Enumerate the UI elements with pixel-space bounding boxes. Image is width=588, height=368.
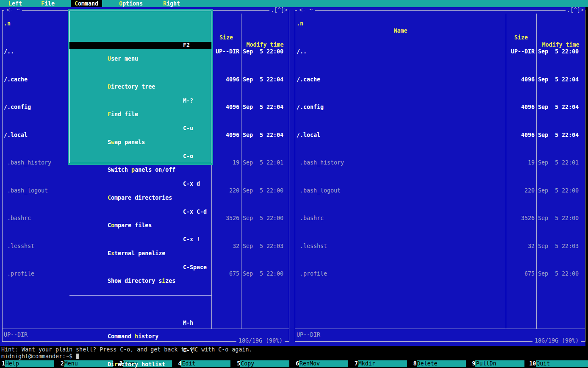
file-size: 220 <box>211 187 241 194</box>
file-name: .bash_logout <box>295 187 506 194</box>
function-key-button[interactable]: 1 Help <box>0 360 59 367</box>
file-mtime: Sep 5 22:04 <box>241 132 289 139</box>
file-name: .bash_history <box>295 159 506 166</box>
file-name: .bashrc <box>295 215 506 222</box>
panel-nav-icons-left[interactable]: .[^]> <box>269 7 289 14</box>
file-mtime: Sep 5 22:03 <box>241 243 289 250</box>
menu-item-label: Switch panels on/off <box>103 167 175 173</box>
menu-item[interactable]: Directory hotlist C-\ <box>69 347 211 354</box>
function-key-button[interactable]: 10 Quit <box>529 360 588 367</box>
function-key-number: 9 <box>470 360 475 367</box>
function-key-button[interactable]: 5 Copy <box>235 360 294 367</box>
file-size: 4096 <box>506 104 536 111</box>
menu-bar-item[interactable]: Command <box>71 0 102 7</box>
file-mtime: Sep 5 22:00 <box>536 215 585 222</box>
file-size: 3526 <box>506 215 536 222</box>
file-size: 19 <box>506 159 536 166</box>
file-mtime: Sep 5 22:00 <box>241 48 289 55</box>
free-space-right: 18G/19G (90%) <box>533 337 581 344</box>
function-key-number: 6 <box>294 360 299 367</box>
function-key-button[interactable]: 6 RenMov <box>294 360 353 367</box>
menu-separator <box>69 295 211 296</box>
function-key-button[interactable]: 7 Mkdir <box>353 360 412 367</box>
function-key-number: 2 <box>59 360 64 367</box>
menu-item[interactable]: Find file M-? <box>69 98 211 104</box>
file-name: /.. <box>295 48 506 55</box>
function-key-label: Mkdir <box>358 360 407 367</box>
menu-item[interactable]: Directory tree <box>69 70 211 76</box>
file-mtime: Sep 5 22:00 <box>536 187 585 194</box>
function-key-number: 10 <box>529 360 536 367</box>
file-row[interactable]: .lesshst 32 Sep 5 22:03 <box>295 243 585 250</box>
menu-bar-item[interactable]: File <box>37 0 58 7</box>
menu-item-label: Directory tree <box>103 84 155 90</box>
function-key-label: Copy <box>240 360 289 367</box>
file-row[interactable]: .bashrc 3526 Sep 5 22:00 <box>295 215 585 222</box>
file-row[interactable]: /.cache 4096 Sep 5 22:04 <box>295 76 585 83</box>
dropdown-items: User menu F2 Directory tree Find file M-… <box>69 14 211 368</box>
file-mtime: Sep 5 22:04 <box>241 104 289 111</box>
file-row[interactable]: /.local 4096 Sep 5 22:04 <box>295 132 585 139</box>
menu-item-shortcut: C-x ! <box>183 236 200 243</box>
file-size: 4096 <box>211 76 241 83</box>
menu-item[interactable] <box>69 292 211 298</box>
function-key-label: Quit <box>536 360 588 367</box>
file-row[interactable]: .bash_history 19 Sep 5 22:01 <box>295 159 585 166</box>
file-size: 32 <box>506 243 536 250</box>
file-mtime: Sep 5 22:00 <box>536 270 585 277</box>
menu-item[interactable]: Compare directories C-x d <box>69 181 211 187</box>
menu-item-label: Compare directories <box>103 195 172 201</box>
file-name: /.cache <box>295 76 506 83</box>
menu-item[interactable]: Swap panels C-u <box>69 125 211 132</box>
file-mtime: Sep 5 22:00 <box>241 270 289 277</box>
file-mtime: Sep 5 22:00 <box>241 187 289 194</box>
file-row[interactable]: /.config 4096 Sep 5 22:04 <box>295 104 585 111</box>
file-mtime: Sep 5 22:04 <box>241 76 289 83</box>
function-key-label: RenMov <box>299 360 348 367</box>
file-size: 4096 <box>506 76 536 83</box>
menu-item-label: User menu <box>103 56 138 62</box>
menu-item-shortcut: C-u <box>183 125 193 132</box>
panel-nav-icons-right[interactable]: .[^]> <box>566 7 585 14</box>
function-key-button[interactable]: 9 PullDn <box>470 360 529 367</box>
file-mtime: Sep 5 22:01 <box>536 159 585 166</box>
panel-path-right[interactable]: <- ~ <box>297 7 315 14</box>
menu-item[interactable]: Compare files C-x C-d <box>69 209 211 215</box>
menu-bar-item[interactable]: Left <box>5 0 26 7</box>
file-row[interactable]: .bash_logout 220 Sep 5 22:00 <box>295 187 585 194</box>
file-size: 32 <box>211 243 241 250</box>
file-panel-right: <- ~ .[^]> .n Name Size Modify time /.. … <box>295 10 585 342</box>
file-size: 4096 <box>506 132 536 139</box>
file-size: 4096 <box>211 132 241 139</box>
menu-bar-item[interactable]: Options <box>115 0 147 7</box>
menu-item[interactable]: Switch panels on/off C-o <box>69 153 211 160</box>
file-name: .lesshst <box>295 243 506 250</box>
menu-bar: Left File Command Options Right <box>0 0 588 7</box>
function-key-number: 1 <box>0 360 5 367</box>
file-size: 675 <box>211 270 241 277</box>
menu-item[interactable]: Command history M-h <box>69 320 211 326</box>
menu-item[interactable]: Show directory sizes C-Space <box>69 264 211 271</box>
menu-item-shortcut: C-o <box>183 153 193 160</box>
menu-item-label: Swap panels <box>103 139 145 145</box>
menu-item[interactable]: External panelize C-x ! <box>69 236 211 243</box>
file-size: 19 <box>211 159 241 166</box>
file-mtime: Sep 5 22:03 <box>536 243 585 250</box>
file-row[interactable]: .profile 675 Sep 5 22:00 <box>295 270 585 277</box>
file-size: 220 <box>506 187 536 194</box>
menu-bar-item[interactable]: Right <box>159 0 184 7</box>
panel-header-right: .n Name Size Modify time <box>295 14 585 20</box>
function-key-number: 8 <box>412 360 417 367</box>
menu-item-label: Find file <box>103 111 138 117</box>
command-line[interactable]: midnight@commander:~$ <box>1 353 79 360</box>
menu-item-shortcut: C-\ <box>183 347 193 354</box>
file-list-right: /.. UP--DIR Sep 5 22:00 /.cache 4096 Sep… <box>295 21 585 292</box>
menu-item-shortcut: M-? <box>183 98 193 104</box>
menu-item-shortcut: M-h <box>183 320 193 326</box>
function-key-button[interactable]: 8 Delete <box>412 360 471 367</box>
menu-item-shortcut: F2 <box>183 42 190 49</box>
menu-item[interactable]: User menu F2 <box>69 42 211 49</box>
file-size: 675 <box>506 270 536 277</box>
function-key-label: PullDn <box>475 360 524 367</box>
file-row[interactable]: /.. UP--DIR Sep 5 22:00 <box>295 48 585 55</box>
